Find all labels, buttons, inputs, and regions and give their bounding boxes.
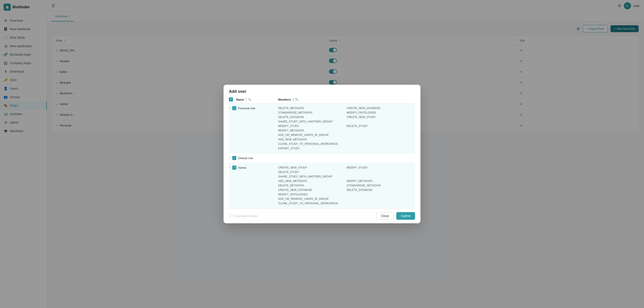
modal-footer-buttons: Close Submit [376,212,415,220]
role-expand-icon[interactable]: + [229,166,230,169]
permission-item: DELETE_METADATA [278,106,346,110]
permission-item: MODIFY_STUDY [346,166,415,170]
members-col-controls: ▲▼ 🔍 [292,98,298,101]
permission-item [346,120,415,124]
name-col-check[interactable]: ✓ [229,97,233,101]
role-row: + ✓ Admin CREATE_NEW_STUDYMODIFY_STUDYDE… [229,163,415,208]
role-label: Personal role [238,107,255,110]
permission-item: CREATE_NEW_DATABASE [278,188,346,192]
permission-item: DELETE_METADATA [278,184,346,188]
modal-role-list: + ✓ Personal role DELETE_METADATACREATE_… [229,103,415,208]
permission-item: MODIFY_METADATA [346,179,415,183]
modal-footer: ✓ Overwrite If Exists Close Submit [224,208,420,223]
role-expand-icon[interactable]: + [229,107,230,110]
permission-item [346,170,415,174]
permission-item: DELETE_STUDY [346,124,415,128]
permission-item: ADD_NEW_METADATA [278,179,346,183]
role-checkbox[interactable]: ✓ [232,166,236,170]
permission-item: CLONE_STUDY_TO_PERSONAL_WORKSPACE [278,201,346,205]
permission-item [346,192,415,197]
permission-item: DELETE_DATABASE [278,115,346,119]
role-row-header: + ✓ Default role [229,153,415,163]
role-label: Default role [238,156,253,160]
permission-item: STANDARDIZE_METADATA [278,111,346,115]
permission-item [346,142,415,146]
permission-item [346,128,415,133]
permission-item: DELETE_DATABASE [346,188,415,192]
role-permissions: CREATE_NEW_STUDYMODIFY_STUDYDELETE_STUDY… [278,166,415,205]
modal-col-members: Members ▲▼ 🔍 [278,98,415,101]
permission-item: CREATE_NEW_DATABASE [346,106,415,110]
permission-item: EXPORT_STUDY [278,146,346,150]
role-checkbox[interactable]: ✓ [232,156,236,160]
permission-item: MODIFY_ONTOLOGIES [278,192,346,197]
role-label: Admin [238,166,246,169]
overwrite-label: Overwrite If Exists [234,214,258,218]
permission-item: CLONE_STUDY_TO_PERSONAL_WORKSPACE [278,142,346,146]
modal-overlay[interactable]: Add user ✓ Name ▲▼ 🔍 Members [0,0,644,308]
role-row: + ✓ Personal role DELETE_METADATACREATE_… [229,103,415,153]
permission-item: MODIFY_METADATA [278,128,346,133]
permission-item: SHARE_STUDY_WITH_ANOTHER_GROUP [278,120,346,124]
add-user-modal: Add user ✓ Name ▲▼ 🔍 Members [224,85,420,223]
role-row: + ✓ Default role [229,153,415,163]
members-sort-icon[interactable]: ▲▼ [292,98,294,101]
members-search-icon[interactable]: 🔍 [295,98,298,101]
role-permissions: DELETE_METADATACREATE_NEW_DATABASESTANDA… [278,106,415,150]
role-expand-icon[interactable]: + [229,156,230,160]
permission-item [346,137,415,141]
role-row-name: + ✓ Default role [229,156,278,160]
permission-item: SHARE_STUDY_WITH_ANOTHER_GROUP [278,175,346,179]
modal-title: Add user [224,85,420,97]
role-row-name: + ✓ Personal role [229,106,278,110]
name-sort-icon[interactable]: ▲▼ [245,98,247,101]
modal-col-name: ✓ Name ▲▼ 🔍 [229,97,278,101]
permission-item [346,201,415,205]
permission-item: ADD_NEW_METADATA [278,137,346,141]
role-row-header: + ✓ Personal role DELETE_METADATACREATE_… [229,103,415,153]
role-row-name: + ✓ Admin [229,166,278,170]
permission-item: MODIFY_ONTOLOGIES [346,111,415,115]
permission-item: ADD_OR_REMOVE_USERS_IN_GROUP [278,197,346,201]
name-search-icon[interactable]: 🔍 [248,98,251,101]
permission-item: CREATE_NEW_STUDY [278,166,346,170]
permission-item [346,133,415,137]
name-col-controls: ▲▼ 🔍 [245,98,251,101]
permission-item: ADD_OR_REMOVE_USERS_IN_GROUP [278,133,346,137]
permission-item: STANDARDIZE_METADATA [346,184,415,188]
submit-button[interactable]: Submit [396,212,415,220]
role-checkbox[interactable]: ✓ [232,106,236,110]
permission-item: CREATE_NEW_STUDY [346,115,415,119]
overwrite-check[interactable]: ✓ Overwrite If Exists [229,214,258,218]
close-button[interactable]: Close [376,212,394,220]
overwrite-checkbox[interactable]: ✓ [229,214,232,218]
permission-item: MODIFY_STUDY [278,124,346,128]
permission-item [346,175,415,179]
modal-body: ✓ Name ▲▼ 🔍 Members ▲▼ � [224,97,420,208]
permission-item [346,146,415,150]
modal-table-header: ✓ Name ▲▼ 🔍 Members ▲▼ � [229,97,415,103]
role-row-header: + ✓ Admin CREATE_NEW_STUDYMODIFY_STUDYDE… [229,163,415,208]
permission-item [346,197,415,201]
permission-item: DELETE_STUDY [278,170,346,174]
